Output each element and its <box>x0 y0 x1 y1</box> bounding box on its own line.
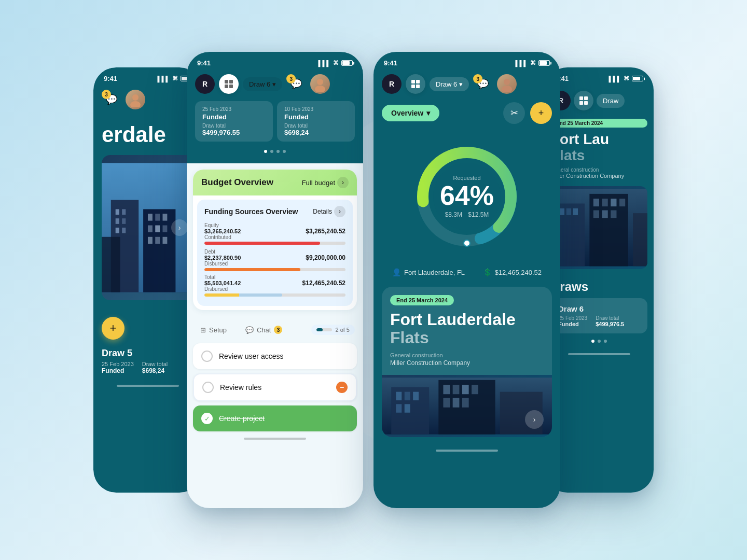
signal-icon: ▌▌▌ <box>516 60 528 66</box>
funding-title: Funding Sources Overview <box>204 207 298 216</box>
battery-icon <box>341 60 353 66</box>
svg-rect-55 <box>602 199 608 206</box>
phone1-chevron[interactable]: › <box>171 219 188 236</box>
total-amount: $12,465,240.52 <box>302 279 345 287</box>
create-project-label: Create project <box>219 414 349 423</box>
funding-header: Funding Sources Overview Details › <box>204 206 345 217</box>
pages-icon <box>225 80 233 88</box>
debt-disbursed: $2,237,800.90 <box>204 255 241 261</box>
phone3-draw-selector[interactable]: Draw 6 ▾ <box>430 77 469 91</box>
svg-rect-16 <box>148 226 153 232</box>
overview-tab-btn[interactable]: Overview ▾ <box>382 105 439 121</box>
equity-progress <box>204 242 345 245</box>
full-budget-btn[interactable]: Full budget › <box>302 177 349 188</box>
svg-rect-13 <box>148 214 153 220</box>
equity-row: Equity $3,265,240.52 Contributed $3,265,… <box>204 222 345 245</box>
amount-text: $12,465,240.52 <box>495 269 542 276</box>
phone3-top-nav: R Draw 6 ▾ 3 💬 <box>374 71 560 97</box>
wifi-icon: ⌘ <box>172 75 178 82</box>
phone3-notification-btn[interactable]: 3 💬 <box>473 74 493 94</box>
draw-list-card[interactable]: Draw 6 25 Feb 2023 Funded Draw total $49… <box>551 298 647 333</box>
setup-item-review-rules[interactable]: Review rules − <box>193 373 357 401</box>
draw-card-1[interactable]: 25 Feb 2023 Funded Draw total $499,976.5… <box>195 101 273 142</box>
project-subtitle: Flats <box>390 329 544 347</box>
phone4-pages-btn[interactable] <box>574 91 593 110</box>
equity-sublabel: Contributed <box>204 234 241 240</box>
phone1-notification-btn[interactable]: 3 💬 <box>102 90 121 109</box>
dot-1 <box>264 150 267 153</box>
draw-card-1-amount: $499,976.55 <box>202 129 266 136</box>
project-meta: General construction <box>390 352 544 358</box>
phone4-meta-label: General construction <box>551 167 647 173</box>
project-card[interactable]: End 25 March 2024 Fort Lauderdale Flats … <box>382 287 552 437</box>
project-title: Fort Lauderdale <box>390 311 544 329</box>
equity-contributed: $3,265,240.52 <box>204 228 241 234</box>
details-btn[interactable]: Details › <box>313 206 345 217</box>
phone1-fab[interactable]: + <box>102 317 125 340</box>
phone1-draw-date: 25 Feb 2023 <box>102 361 134 367</box>
phone1-time: 9:41 <box>104 75 117 82</box>
debt-total: $9,200,000.00 <box>306 254 345 261</box>
phone3-pages-btn[interactable] <box>406 74 425 94</box>
phone2-pages-btn[interactable] <box>219 74 239 94</box>
svg-point-25 <box>504 79 510 85</box>
svg-rect-41 <box>453 385 460 394</box>
phone1-draw-status-label: Draw total <box>142 361 168 367</box>
svg-rect-36 <box>413 392 419 400</box>
svg-rect-6 <box>116 209 119 215</box>
chat-tab-icon: 💬 <box>245 326 254 334</box>
wifi-icon: ⌘ <box>530 60 536 66</box>
scissors-btn[interactable]: ✂ <box>503 102 525 124</box>
phones-container: 9:41 ▌▌▌ ⌘ 3 💬 <box>93 52 654 508</box>
battery-icon <box>538 60 550 66</box>
budget-title: Budget Overview <box>201 177 273 188</box>
phone3-draw-label: Draw 6 <box>436 80 457 88</box>
svg-rect-34 <box>396 392 402 400</box>
draw-card-1-date: 25 Feb 2023 <box>202 106 266 112</box>
svg-rect-56 <box>611 199 616 206</box>
debt-sublabel: Disbursed <box>204 261 241 267</box>
svg-rect-59 <box>602 210 608 218</box>
draw-card-2[interactable]: 10 Feb 2023 Funded Draw total $698,24 <box>277 101 355 142</box>
plus-btn[interactable]: + <box>530 102 552 124</box>
location-bar: 👤 Fort Llauderdale, FL 💲 $12,465,240.52 <box>382 264 552 281</box>
phone4-top-nav: R Draw <box>545 87 654 115</box>
phone4-status-icons: ▌▌▌ ⌘ <box>609 75 643 82</box>
phone2-draw-label: Draw 6 <box>249 80 270 88</box>
draw-card-1-label: Draw total <box>202 123 266 129</box>
setup-item-review-access[interactable]: Review user access <box>193 343 357 369</box>
svg-point-1 <box>130 101 141 107</box>
phone4-draw-selector[interactable]: Draw <box>597 94 625 108</box>
amount-item: 💲 $12,465,240.52 <box>483 268 542 276</box>
phone2-notification-btn[interactable]: 3 💬 <box>286 74 306 94</box>
svg-rect-18 <box>162 226 167 232</box>
phone-4: 9:41 ▌▌▌ ⌘ R Draw E <box>545 67 654 493</box>
carousel-dots <box>187 150 363 153</box>
draw-list-date: 25 Feb 2023 <box>558 315 587 321</box>
phone3-home-indicator <box>436 450 498 452</box>
full-budget-arrow: › <box>337 177 349 188</box>
svg-rect-38 <box>405 404 410 413</box>
pages-icon <box>579 96 588 105</box>
draw-list-amount: $499,976.5 <box>596 321 624 327</box>
phone4-dots <box>545 340 654 343</box>
tab-setup[interactable]: ⊞ Setup <box>195 323 232 337</box>
draw-list-status: Funded <box>558 321 587 327</box>
phone3-status-bar: 9:41 ▌▌▌ ⌘ <box>374 52 560 71</box>
budget-section: Budget Overview Full budget › Funding So… <box>193 170 357 310</box>
svg-rect-58 <box>593 210 599 218</box>
remove-icon[interactable]: − <box>336 382 348 393</box>
chevron-down-icon: ▾ <box>272 80 276 88</box>
phone1-draw-meta: 25 Feb 2023 Funded Draw total $698,24 <box>102 361 194 374</box>
phone1-status-bar: 9:41 ▌▌▌ ⌘ <box>93 67 202 87</box>
svg-rect-60 <box>611 210 616 218</box>
phone4-status-bar: 9:41 ▌▌▌ ⌘ <box>545 67 654 87</box>
phone1-draw-amount: $698,24 <box>142 367 168 374</box>
action-btns: ✂ + <box>503 102 552 124</box>
tab-chat[interactable]: 💬 Chat 3 <box>240 323 287 337</box>
total-label: Total <box>204 274 241 280</box>
setup-item-create-project[interactable]: ✓ Create project <box>193 405 357 431</box>
donut-amounts: $8.3M $12.5M <box>440 211 494 218</box>
phone2-status-icons: ▌▌▌ ⌘ <box>319 60 353 66</box>
phone2-draw-selector[interactable]: Draw 6 ▾ <box>243 77 282 91</box>
